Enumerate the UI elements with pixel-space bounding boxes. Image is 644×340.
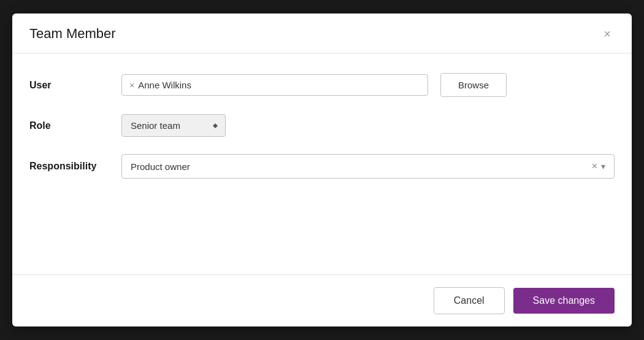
responsibility-input[interactable]: Product owner × ▾ — [121, 154, 615, 179]
close-button[interactable]: × — [600, 26, 615, 41]
responsibility-value: Product owner — [131, 161, 592, 172]
browse-button[interactable]: Browse — [440, 73, 507, 97]
responsibility-clear-icon[interactable]: × — [592, 161, 597, 172]
user-label: User — [29, 80, 109, 91]
responsibility-controls: × ▾ — [592, 161, 605, 172]
role-row: Role Senior team Junior team Manager Obs… — [29, 114, 615, 137]
user-tag-remove[interactable]: × — [129, 80, 134, 90]
dialog-body: User × Anne Wilkins Browse Role Senior t… — [12, 53, 632, 274]
dialog-title: Team Member — [29, 26, 116, 42]
save-button[interactable]: Save changes — [513, 288, 615, 314]
responsibility-row: Responsibility Product owner × ▾ — [29, 154, 615, 179]
team-member-dialog: Team Member × User × Anne Wilkins Browse… — [12, 14, 632, 326]
responsibility-dropdown-icon[interactable]: ▾ — [601, 161, 605, 171]
role-label: Role — [29, 120, 109, 131]
user-row: User × Anne Wilkins Browse — [29, 73, 615, 97]
role-select[interactable]: Senior team Junior team Manager Observer — [121, 114, 226, 137]
responsibility-label: Responsibility — [29, 161, 109, 172]
user-tag-name: Anne Wilkins — [138, 80, 191, 90]
user-input[interactable]: × Anne Wilkins — [121, 74, 428, 96]
dialog-header: Team Member × — [12, 14, 632, 53]
user-tag: × Anne Wilkins — [129, 80, 191, 90]
dialog-footer: Cancel Save changes — [12, 275, 632, 326]
cancel-button[interactable]: Cancel — [434, 287, 505, 314]
dialog-overlay: Team Member × User × Anne Wilkins Browse… — [0, 0, 644, 340]
